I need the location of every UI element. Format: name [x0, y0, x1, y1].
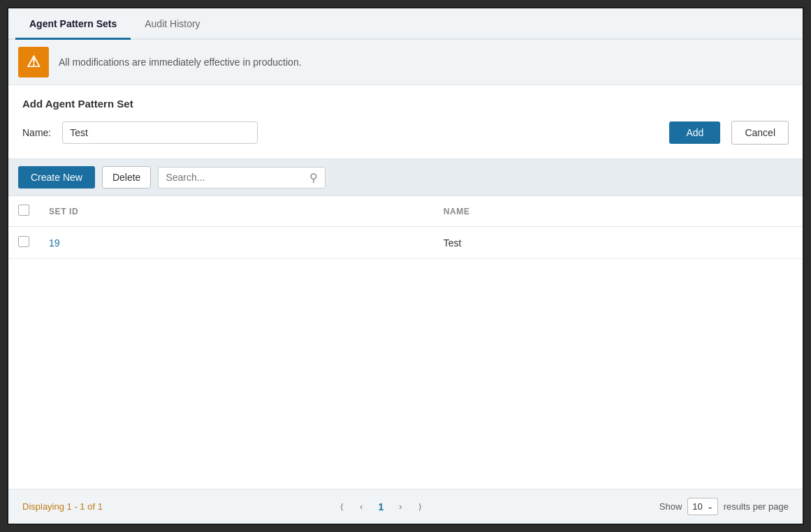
prev-page-button[interactable]: ‹ [353, 498, 370, 515]
create-new-button[interactable]: Create New [18, 166, 95, 189]
displaying-text: Displaying 1 - 1 of 1 [22, 501, 103, 512]
row-name: Test [434, 227, 803, 259]
last-page-button[interactable]: ⟩ [411, 498, 428, 515]
tab-audit-history[interactable]: Audit History [131, 8, 214, 40]
results-per-page-label: results per page [724, 501, 789, 512]
next-page-button[interactable]: › [392, 498, 409, 515]
header-checkbox[interactable] [18, 205, 29, 216]
cancel-button[interactable]: Cancel [731, 121, 789, 145]
table-row: 19 Test [8, 227, 803, 259]
name-label: Name: [22, 127, 51, 138]
col-set-id: SET ID [39, 196, 434, 227]
warning-message: All modifications are immediately effect… [59, 57, 302, 68]
row-checkbox-cell [8, 227, 39, 259]
data-table: SET ID NAME 19 Test [8, 196, 803, 259]
pagination: ⟨ ‹ 1 › ⟩ [333, 498, 428, 515]
tab-bar: Agent Pattern Sets Audit History [8, 8, 803, 40]
add-button[interactable]: Add [669, 121, 720, 144]
table-head: SET ID NAME [8, 196, 803, 227]
show-section: Show 10 ⌄ results per page [659, 498, 789, 515]
search-input[interactable] [166, 172, 305, 183]
search-icon: ⚲ [309, 171, 318, 184]
per-page-select[interactable]: 10 ⌄ [687, 498, 717, 515]
col-name: NAME [434, 196, 803, 227]
warning-icon-box: ⚠ [18, 47, 49, 77]
tab-agent-pattern-sets[interactable]: Agent Pattern Sets [15, 8, 131, 40]
show-label: Show [659, 501, 682, 512]
add-form-section: Add Agent Pattern Set Name: Add Cancel [8, 85, 803, 159]
table-body: 19 Test [8, 227, 803, 259]
current-page: 1 [372, 498, 389, 515]
warning-icon: ⚠ [27, 53, 41, 71]
chevron-down-icon: ⌄ [707, 502, 713, 511]
footer: Displaying 1 - 1 of 1 ⟨ ‹ 1 › ⟩ Show 10 … [8, 489, 803, 524]
row-set-id[interactable]: 19 [39, 227, 434, 259]
first-page-button[interactable]: ⟨ [333, 498, 350, 515]
name-input[interactable] [62, 121, 258, 144]
col-checkbox [8, 196, 39, 227]
search-box: ⚲ [158, 167, 326, 189]
delete-button[interactable]: Delete [102, 166, 151, 189]
table-container: SET ID NAME 19 Test [8, 196, 803, 489]
table-header-row: SET ID NAME [8, 196, 803, 227]
main-window: Agent Pattern Sets Audit History ⚠ All m… [7, 7, 804, 525]
add-form-title: Add Agent Pattern Set [22, 98, 789, 110]
per-page-value: 10 [692, 501, 702, 512]
row-checkbox[interactable] [18, 236, 29, 247]
toolbar: Create New Delete ⚲ [8, 159, 803, 196]
form-row: Name: Add Cancel [22, 121, 789, 145]
warning-banner: ⚠ All modifications are immediately effe… [8, 40, 803, 85]
